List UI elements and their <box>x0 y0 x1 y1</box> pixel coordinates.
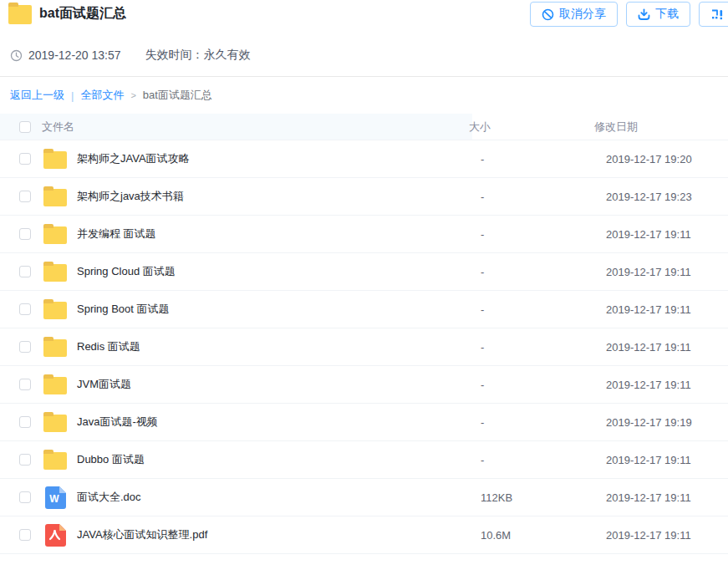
file-name[interactable]: Redis 面试题 <box>77 339 481 354</box>
row-checkbox[interactable] <box>19 228 31 240</box>
file-date: 2019-12-17 19:11 <box>606 341 728 354</box>
column-header-name: 文件名 <box>42 120 469 135</box>
file-size: - <box>481 266 606 278</box>
pdf-icon <box>43 524 67 547</box>
row-checkbox[interactable] <box>19 153 31 165</box>
table-row[interactable]: Redis 面试题 - 2019-12-17 19:11 <box>0 328 728 366</box>
file-name[interactable]: 并发编程 面试题 <box>77 226 481 242</box>
row-checkbox[interactable] <box>19 529 31 541</box>
cancel-share-button[interactable]: 取消分享 <box>530 2 618 27</box>
folder-icon <box>43 150 67 169</box>
file-name[interactable]: Java面试题-视频 <box>77 415 481 430</box>
table-row[interactable]: Java面试题-视频 - 2019-12-17 19:19 <box>0 404 728 441</box>
row-checkbox[interactable] <box>19 491 31 503</box>
file-name[interactable]: Spring Boot 面试题 <box>77 302 481 317</box>
folder-icon <box>43 450 67 470</box>
table-row[interactable]: Dubbo 面试题 - 2019-12-17 19:11 <box>0 441 728 479</box>
table-header: 文件名 大小 修改日期 <box>0 114 728 140</box>
table-row[interactable]: JVM面试题 - 2019-12-17 19:11 <box>0 366 728 404</box>
row-checkbox[interactable] <box>19 379 31 390</box>
folder-icon <box>8 5 32 24</box>
file-date: 2019-12-17 19:11 <box>606 491 728 504</box>
page-title: bat面试题汇总 <box>39 5 126 23</box>
breadcrumb-pipe: | <box>71 89 74 102</box>
folder-icon <box>43 338 67 357</box>
file-size: - <box>481 191 606 203</box>
save-button[interactable]: 保存 <box>699 2 728 27</box>
table-row[interactable]: W 面试大全.doc 112KB 2019-12-17 19:11 <box>0 479 728 516</box>
download-button[interactable]: 下载 <box>626 2 690 27</box>
file-date: 2019-12-17 19:11 <box>606 303 728 316</box>
prohibition-icon <box>542 8 554 21</box>
folder-icon <box>43 413 67 432</box>
cancel-share-label: 取消分享 <box>559 7 606 22</box>
file-date: 2019-12-17 19:23 <box>606 191 728 203</box>
folder-icon <box>43 187 67 206</box>
svg-text:W: W <box>49 493 59 505</box>
table-row[interactable]: JAVA核心面试知识整理.pdf 10.6M 2019-12-17 19:11 <box>0 516 728 554</box>
breadcrumb-all-files-link[interactable]: 全部文件 <box>80 88 124 103</box>
share-info: 2019-12-20 13:57 失效时间：永久有效 <box>0 48 728 63</box>
action-buttons: 取消分享 下载 保存 <box>530 2 728 27</box>
row-checkbox[interactable] <box>19 454 31 466</box>
file-date: 2019-12-17 19:11 <box>606 379 728 391</box>
folder-icon <box>43 375 67 394</box>
file-name[interactable]: Dubbo 面试题 <box>77 452 481 467</box>
file-size: - <box>481 454 606 466</box>
file-size: - <box>481 153 606 165</box>
file-size: - <box>481 416 606 429</box>
file-date: 2019-12-17 19:11 <box>606 454 728 466</box>
table-row[interactable]: 架构师之JAVA面试攻略 - 2019-12-17 19:20 <box>0 140 728 178</box>
top-bar: bat面试题汇总 取消分享 下载 <box>0 2 728 27</box>
save-to-disk-icon <box>710 8 724 21</box>
file-name[interactable]: 架构师之JAVA面试攻略 <box>77 151 481 166</box>
clock-icon <box>10 49 23 62</box>
row-checkbox[interactable] <box>19 416 31 428</box>
row-checkbox[interactable] <box>19 266 31 277</box>
file-size: 112KB <box>481 491 606 504</box>
breadcrumb-separator: > <box>130 90 135 100</box>
file-name[interactable]: Spring Cloud 面试题 <box>77 264 481 279</box>
table-row[interactable]: 架构师之java技术书籍 - 2019-12-17 19:23 <box>0 178 728 216</box>
file-name[interactable]: JAVA核心面试知识整理.pdf <box>77 527 481 542</box>
file-name[interactable]: 架构师之java技术书籍 <box>77 189 481 204</box>
file-size: - <box>481 228 606 241</box>
download-label: 下载 <box>655 7 679 22</box>
expiry-label: 失效时间：永久有效 <box>145 48 251 63</box>
file-date: 2019-12-17 19:11 <box>606 529 728 542</box>
folder-icon <box>43 225 67 244</box>
breadcrumb: 返回上一级 | 全部文件 > bat面试题汇总 <box>0 88 728 103</box>
section-divider <box>0 76 728 77</box>
table-row[interactable]: Spring Boot 面试题 - 2019-12-17 19:11 <box>0 291 728 328</box>
file-name[interactable]: 面试大全.doc <box>77 490 481 505</box>
column-header-date: 修改日期 <box>594 120 716 135</box>
file-date: 2019-12-17 19:11 <box>606 266 728 278</box>
file-size: 10.6M <box>481 529 606 542</box>
file-list: 架构师之JAVA面试攻略 - 2019-12-17 19:20 架构师之java… <box>0 140 728 554</box>
file-date: 2019-12-17 19:19 <box>606 416 728 429</box>
column-header-size: 大小 <box>469 120 594 135</box>
share-time: 2019-12-20 13:57 <box>28 48 121 62</box>
row-checkbox[interactable] <box>19 191 31 202</box>
file-table: 文件名 大小 修改日期 架构师之JAVA面试攻略 - 2019-12-17 19… <box>0 114 728 554</box>
download-icon <box>638 8 650 21</box>
select-all-checkbox[interactable] <box>19 121 31 133</box>
file-date: 2019-12-17 19:11 <box>606 228 728 241</box>
word-doc-icon: W <box>43 486 67 509</box>
row-checkbox[interactable] <box>19 341 31 353</box>
file-name[interactable]: JVM面试题 <box>77 377 481 392</box>
file-date: 2019-12-17 19:20 <box>606 153 728 165</box>
breadcrumb-back-link[interactable]: 返回上一级 <box>10 88 64 103</box>
folder-icon <box>43 300 67 319</box>
breadcrumb-current: bat面试题汇总 <box>143 88 212 103</box>
file-size: - <box>481 341 606 354</box>
folder-icon <box>43 262 67 282</box>
file-size: - <box>481 303 606 316</box>
table-row[interactable]: 并发编程 面试题 - 2019-12-17 19:11 <box>0 216 728 253</box>
file-size: - <box>481 379 606 391</box>
row-checkbox[interactable] <box>19 303 31 315</box>
table-row[interactable]: Spring Cloud 面试题 - 2019-12-17 19:11 <box>0 253 728 291</box>
